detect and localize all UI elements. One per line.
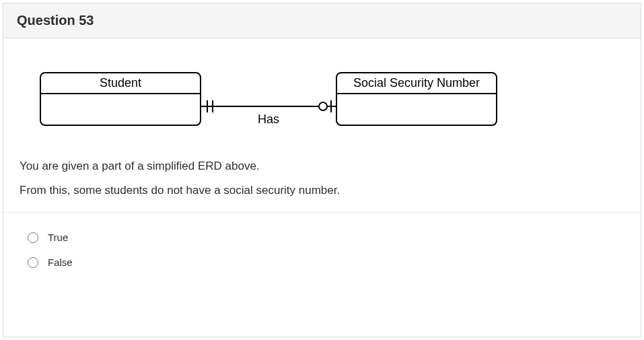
erd-entity-ssn-name: Social Security Number bbox=[337, 73, 496, 94]
question-body: Student Has Social Security Number You a… bbox=[3, 38, 641, 337]
erd-cardinality-left-tick2-icon bbox=[212, 100, 213, 112]
radio-false[interactable] bbox=[28, 257, 38, 268]
question-text-line1: You are given a part of a simplified ERD… bbox=[20, 160, 624, 173]
answer-options: True False bbox=[20, 213, 624, 275]
erd-entity-ssn-body bbox=[337, 94, 496, 125]
erd-relationship-label: Has bbox=[201, 112, 336, 127]
question-title: Question 53 bbox=[17, 13, 94, 28]
erd-entity-student-name: Student bbox=[41, 73, 200, 94]
erd-entity-ssn: Social Security Number bbox=[336, 72, 497, 126]
erd-relationship-line bbox=[201, 106, 336, 107]
erd-cardinality-right-tick-icon bbox=[330, 100, 332, 112]
erd-cardinality-left-tick-icon bbox=[207, 100, 208, 112]
question-card: Question 53 Student Has Social Security … bbox=[3, 3, 641, 337]
question-text: You are given a part of a simplified ERD… bbox=[20, 160, 624, 197]
erd-cardinality-right-circle-icon bbox=[318, 102, 328, 111]
erd-entity-student: Student bbox=[40, 72, 201, 126]
erd-diagram: Student Has Social Security Number bbox=[40, 72, 624, 139]
question-text-line2: From this, some students do not have a s… bbox=[20, 184, 624, 197]
answer-label-true: True bbox=[48, 232, 68, 243]
answer-label-false: False bbox=[48, 257, 73, 268]
radio-true[interactable] bbox=[28, 232, 38, 243]
answer-option-false[interactable]: False bbox=[28, 250, 624, 275]
erd-entity-student-body bbox=[41, 94, 200, 125]
question-header: Question 53 bbox=[3, 3, 641, 38]
answer-option-true[interactable]: True bbox=[28, 225, 624, 250]
